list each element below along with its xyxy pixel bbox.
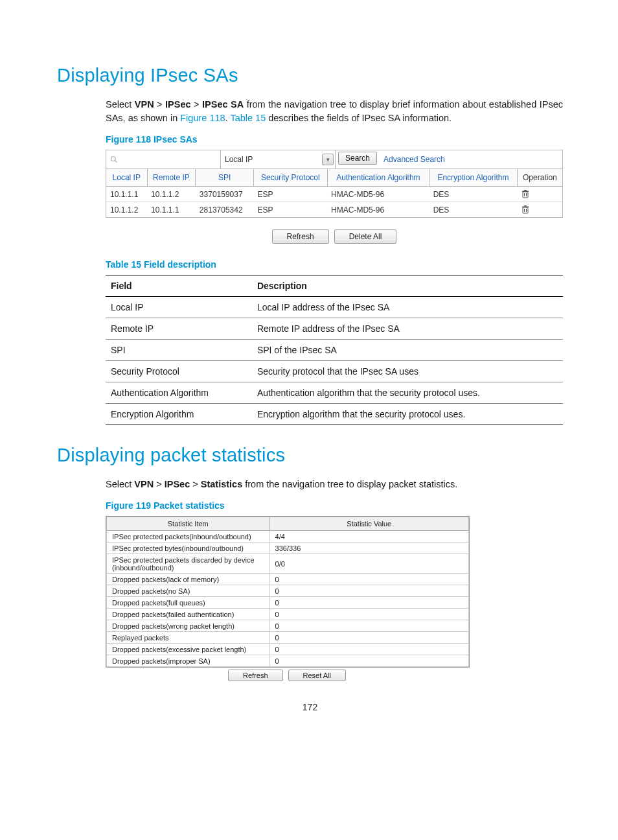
stat-value-cell: 0 <box>269 620 468 632</box>
para-ipsec-sa-nav: Select VPN > IPSec > IPSec SA from the n… <box>106 98 563 125</box>
stats-refresh-button[interactable]: Refresh <box>228 670 283 681</box>
dropdown-value: Local IP <box>225 155 253 164</box>
table-row: IPSec protected packets(inbound/outbound… <box>107 531 469 542</box>
stat-item-cell: Dropped packets(full queues) <box>107 597 270 609</box>
table-row: Local IPLocal IP address of the IPsec SA <box>106 297 563 318</box>
description-cell: Remote IP address of the IPsec SA <box>252 318 563 340</box>
stats-table: Statistic Item Statistic Value IPSec pro… <box>106 517 469 667</box>
table-row: Authentication AlgorithmAuthentication a… <box>106 382 563 404</box>
description-cell: SPI of the IPsec SA <box>252 340 563 361</box>
cell: DES <box>429 187 518 202</box>
chevron-down-icon: ▾ <box>322 154 334 165</box>
svg-rect-9 <box>524 205 527 207</box>
text: > <box>154 99 165 110</box>
cell: 2813705342 <box>196 202 254 218</box>
table-row: Replayed packets0 <box>107 632 469 644</box>
table-row: 10.1.1.110.1.1.23370159037ESPHMAC-MD5-96… <box>106 187 562 202</box>
stat-item-cell: Dropped packets(failed authentication) <box>107 609 270 620</box>
svg-line-1 <box>115 161 117 163</box>
cell: 10.1.1.2 <box>106 202 147 218</box>
search-bar: Local IP ▾ Search Advanced Search <box>106 150 562 169</box>
para-statistics-nav: Select VPN > IPSec > Statistics from the… <box>106 478 563 491</box>
cell: HMAC-MD5-96 <box>327 202 429 218</box>
cell: ESP <box>254 202 328 218</box>
table-row: Remote IPRemote IP address of the IPsec … <box>106 318 563 340</box>
sa-header[interactable]: Authentication Algorithm <box>327 169 429 187</box>
svg-rect-3 <box>522 191 529 192</box>
inline-link[interactable]: Table 15 <box>230 113 266 123</box>
stat-value-cell: 4/4 <box>269 531 468 542</box>
stat-item-cell: IPSec protected bytes(inbound/outbound) <box>107 542 270 554</box>
delete-all-button[interactable]: Delete All <box>334 229 397 244</box>
cell: 10.1.1.2 <box>147 187 196 202</box>
figure-119-ui: Statistic Item Statistic Value IPSec pro… <box>106 516 470 668</box>
stat-item-cell: Dropped packets(excessive packet length) <box>107 644 270 655</box>
stat-value-cell: 0 <box>269 585 468 597</box>
heading-displaying-ipsec-sas: Displaying IPsec SAs <box>57 65 563 86</box>
search-icon <box>110 156 118 163</box>
field-cell: Encryption Algorithm <box>106 404 252 425</box>
sa-header[interactable]: Security Protocol <box>254 169 328 187</box>
trash-icon[interactable] <box>521 189 558 199</box>
search-input[interactable] <box>106 150 221 169</box>
sa-header[interactable]: Remote IP <box>147 169 196 187</box>
trash-icon[interactable] <box>521 205 558 215</box>
operation-cell <box>517 202 562 218</box>
stat-value-cell: 0 <box>269 632 468 644</box>
sa-header[interactable]: Local IP <box>106 169 147 187</box>
stat-item-cell: Dropped packets(improper SA) <box>107 655 270 667</box>
stat-item-cell: Replayed packets <box>107 632 270 644</box>
table-row: SPISPI of the IPsec SA <box>106 340 563 361</box>
table-15-header-description: Description <box>252 275 563 297</box>
heading-displaying-packet-statistics: Displaying packet statistics <box>57 445 563 466</box>
cell: 10.1.1.1 <box>106 187 147 202</box>
reset-all-button[interactable]: Reset All <box>288 670 346 681</box>
table-15: Field Description Local IPLocal IP addre… <box>106 275 563 425</box>
operation-cell <box>517 187 562 202</box>
stat-item-cell: Dropped packets(lack of memory) <box>107 574 270 585</box>
text: describes the fields of IPsec SA informa… <box>266 113 452 123</box>
stat-value-cell: 0 <box>269 655 468 667</box>
search-button[interactable]: Search <box>338 152 377 165</box>
table-row: Dropped packets(no SA)0 <box>107 585 469 597</box>
stat-value-cell: 0/0 <box>269 554 468 574</box>
stats-header-value: Statistic Value <box>269 517 468 531</box>
cell: DES <box>429 202 518 218</box>
stat-value-cell: 0 <box>269 574 468 585</box>
bold-text: Statistics <box>201 479 242 489</box>
cell: 3370159037 <box>196 187 254 202</box>
inline-link[interactable]: Figure 118 <box>180 113 225 123</box>
cell: ESP <box>254 187 328 202</box>
stat-item-cell: IPSec protected packets(inbound/outbound… <box>107 531 270 542</box>
svg-point-0 <box>111 157 116 161</box>
text: Select <box>106 99 135 110</box>
stat-value-cell: 336/336 <box>269 542 468 554</box>
svg-rect-8 <box>522 207 529 208</box>
table-row: IPSec protected bytes(inbound/outbound)3… <box>107 542 469 554</box>
bold-text: IPSec <box>165 479 190 489</box>
field-cell: Local IP <box>106 297 252 318</box>
figure-118-caption: Figure 118 IPsec SAs <box>106 134 563 145</box>
field-cell: Remote IP <box>106 318 252 340</box>
table-row: Dropped packets(improper SA)0 <box>107 655 469 667</box>
sa-header[interactable]: Encryption Algorithm <box>429 169 518 187</box>
cell: HMAC-MD5-96 <box>327 187 429 202</box>
sa-header[interactable]: Operation <box>517 169 562 187</box>
search-field-dropdown[interactable]: Local IP ▾ <box>221 150 336 169</box>
table-15-header-field: Field <box>106 275 252 297</box>
svg-rect-4 <box>524 190 527 191</box>
stats-button-row: Refresh Reset All <box>106 670 468 681</box>
refresh-button[interactable]: Refresh <box>272 229 329 244</box>
advanced-search-link[interactable]: Advanced Search <box>380 150 449 169</box>
text: > <box>190 479 201 489</box>
stat-item-cell: IPSec protected packets discarded by dev… <box>107 554 270 574</box>
table-row: Security ProtocolSecurity protocol that … <box>106 361 563 382</box>
sa-header[interactable]: SPI <box>196 169 254 187</box>
text: > <box>154 479 165 489</box>
cell: 10.1.1.1 <box>147 202 196 218</box>
stat-item-cell: Dropped packets(wrong packet length) <box>107 620 270 632</box>
ipsec-sa-table: Local IPRemote IPSPISecurity ProtocolAut… <box>106 169 562 217</box>
figure-118-ui: Local IP ▾ Search Advanced Search Local … <box>106 150 563 218</box>
table-row: 10.1.1.210.1.1.12813705342ESPHMAC-MD5-96… <box>106 202 562 218</box>
svg-rect-2 <box>523 192 528 198</box>
